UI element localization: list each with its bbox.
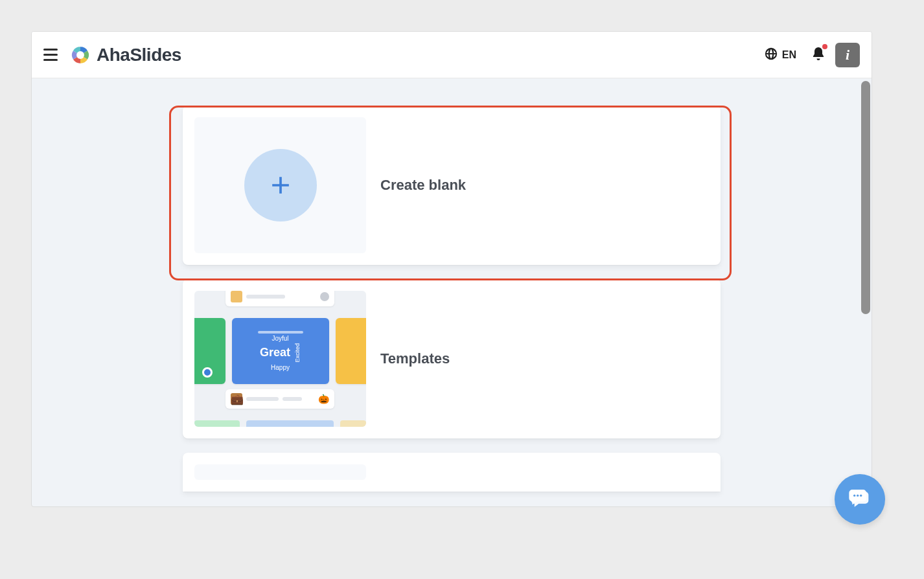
templates-thumb: Joyful Great Excited Happy 💼 <box>194 291 366 427</box>
plus-icon <box>244 149 317 221</box>
create-blank-thumb <box>194 117 366 253</box>
brand-name: AhaSlides <box>97 45 181 65</box>
next-card-peek[interactable] <box>183 453 721 492</box>
info-button[interactable]: i <box>835 43 860 67</box>
scrollbar-thumb[interactable] <box>861 81 870 314</box>
svg-point-4 <box>860 495 862 497</box>
language-label: EN <box>782 49 796 61</box>
template-word-side: Excited <box>294 343 301 363</box>
logo-icon <box>69 44 91 66</box>
brand-logo[interactable]: AhaSlides <box>69 44 181 66</box>
content-area: Create blank <box>32 78 872 506</box>
create-blank-card[interactable]: Create blank <box>183 106 721 265</box>
templates-label: Templates <box>380 350 450 367</box>
templates-card[interactable]: Joyful Great Excited Happy 💼 <box>183 279 721 438</box>
notifications-button[interactable] <box>811 45 826 65</box>
header: AhaSlides EN i <box>32 32 872 78</box>
notification-dot <box>822 44 827 49</box>
svg-point-1 <box>76 51 84 59</box>
svg-point-2 <box>853 495 855 497</box>
template-word-main: Great <box>260 346 290 359</box>
chat-button[interactable] <box>835 474 885 525</box>
template-word-bottom: Happy <box>271 364 290 371</box>
template-word-top: Joyful <box>271 335 288 342</box>
app-frame: AhaSlides EN i <box>31 31 872 507</box>
language-switcher[interactable]: EN <box>764 47 796 63</box>
globe-icon <box>764 47 778 63</box>
create-blank-label: Create blank <box>380 177 466 194</box>
svg-point-3 <box>857 495 859 497</box>
info-icon: i <box>846 47 849 63</box>
chat-icon <box>847 486 873 512</box>
menu-icon[interactable] <box>42 47 59 63</box>
